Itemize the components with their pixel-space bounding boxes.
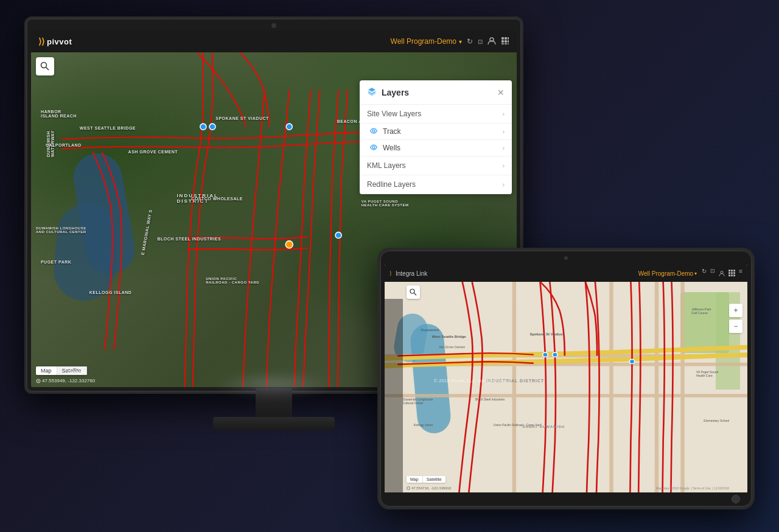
tablet-zoom-in-button[interactable]: + (729, 304, 742, 317)
wells-visibility-icon[interactable] (369, 144, 378, 152)
tablet-map-type-satellite-button[interactable]: Satellite (423, 476, 445, 483)
svg-point-10 (200, 124, 206, 130)
tablet-label-va-tablet: VA Puget SoundHealth Care (696, 370, 718, 377)
svg-rect-26 (731, 272, 733, 274)
track-arrow-icon: › (503, 128, 505, 135)
svg-rect-2 (505, 37, 507, 40)
svg-rect-4 (501, 40, 504, 43)
expand-icon[interactable]: ⊡ (478, 38, 483, 45)
layers-siteview-title: Site View Layers (367, 110, 421, 118)
header-icons: ↻ ⊡ (467, 37, 509, 47)
svg-point-41 (410, 289, 414, 293)
svg-point-12 (286, 124, 292, 130)
svg-rect-29 (731, 275, 733, 276)
layers-panel: Layers ✕ Site View Layers › (360, 80, 512, 194)
layers-section-siteview: Site View Layers › (360, 105, 512, 124)
svg-rect-22 (728, 270, 730, 271)
svg-rect-24 (733, 270, 735, 271)
svg-point-43 (407, 487, 410, 490)
svg-rect-1 (501, 37, 504, 40)
tablet-project-dropdown-icon[interactable]: ▾ (694, 271, 697, 276)
tablet-layers-icon[interactable]: ≡ (739, 268, 742, 279)
svg-point-40 (629, 359, 635, 363)
monitor-reflection (213, 373, 335, 397)
user-icon[interactable] (487, 37, 496, 47)
layers-track-item[interactable]: Track › (360, 124, 512, 139)
layers-kml-title: KML Layers (367, 161, 406, 170)
app-header: ⟩⟩ pivvot Well Program-Demo ▾ ↻ ⊡ (31, 30, 517, 52)
layers-section-kml: KML Layers › (360, 156, 512, 175)
layers-kml-arrow-icon: › (503, 163, 505, 169)
project-dropdown-icon[interactable]: ▾ (459, 38, 462, 45)
project-name[interactable]: Well Program-Demo (391, 37, 456, 46)
svg-rect-25 (728, 272, 730, 274)
tablet-apps-icon[interactable] (728, 268, 735, 279)
layers-section-redline: Redline Layers › (360, 175, 512, 194)
apps-icon[interactable] (501, 37, 509, 47)
layers-kml-header[interactable]: KML Layers › (360, 156, 512, 175)
map-copyright: © 2018 Pivvot, LLC. All rights rese... (434, 378, 512, 383)
svg-point-20 (372, 146, 375, 149)
tablet-search-button[interactable] (407, 285, 420, 299)
svg-point-18 (38, 380, 39, 382)
logo-text: pivvot (47, 37, 72, 46)
tablet-label-duwamish: Duwamish (421, 328, 439, 332)
tablet-project-name[interactable]: Well Program-Demo (638, 270, 693, 277)
layers-siteview-header[interactable]: Site View Layers › (360, 105, 512, 123)
layers-wells-item[interactable]: Wells › (360, 140, 512, 156)
map-search-button[interactable] (36, 57, 54, 75)
svg-point-14 (285, 241, 293, 248)
tablet-map-bg: West Seattle Bridge Spokane St Viaduct I… (385, 282, 747, 492)
tablet-zoom-out-button[interactable]: − (729, 320, 742, 333)
refresh-icon[interactable]: ↻ (467, 37, 473, 46)
svg-rect-5 (505, 40, 507, 43)
monitor-camera (271, 23, 276, 28)
tablet-user-icon[interactable] (719, 268, 725, 279)
layers-redline-header[interactable]: Redline Layers › (360, 175, 512, 194)
layers-redline-title: Redline Layers (367, 180, 416, 189)
app-logo: ⟩⟩ pivvot (38, 37, 72, 46)
tablet-header: ⟩ Integra Link Well Program-Demo ▾ ↻ ⊡ ≡ (385, 265, 747, 282)
wells-layer-name: Wells (383, 144, 498, 152)
tablet-label-elementary: Elementary School (704, 419, 729, 422)
layers-stack-icon (367, 86, 377, 98)
svg-rect-27 (733, 272, 735, 274)
tablet-copyright: Map data ©2018 Google | Terms of Use | 1… (656, 486, 729, 490)
tablet-label-great-duwamish: GREAT DUWAMISH (522, 425, 565, 429)
svg-rect-8 (505, 43, 507, 44)
svg-line-42 (414, 293, 417, 296)
svg-point-15 (41, 63, 47, 68)
tablet-tool-icons (385, 299, 403, 492)
tablet-map-controls: + − (729, 304, 742, 333)
tablet-refresh-icon[interactable]: ↻ (702, 268, 707, 279)
tablet-header-icons: ↻ ⊡ ≡ (702, 268, 742, 279)
tablet-home-button[interactable] (732, 495, 740, 503)
layers-close-button[interactable]: ✕ (497, 88, 505, 97)
tablet-map-type-map-button[interactable]: Map (407, 476, 423, 483)
tablet-label-ash-grove: Ash Grove Cement (439, 345, 465, 349)
tablet-map-type-toggle[interactable]: Map Satellite (407, 476, 445, 483)
svg-point-19 (372, 130, 375, 132)
svg-rect-9 (508, 43, 509, 44)
layers-panel-header: Layers ✕ (360, 80, 512, 105)
svg-rect-3 (508, 37, 509, 40)
monitor-stand-base (213, 417, 335, 430)
svg-line-16 (46, 68, 49, 71)
svg-point-39 (553, 352, 558, 357)
layers-section-wells: Wells › (360, 140, 512, 156)
tablet-grid-icon[interactable]: ⊡ (710, 268, 715, 279)
tablet-label-bloch-tablet: Bloch Steel Industries (475, 397, 505, 401)
track-layer-name: Track (383, 127, 498, 136)
logo-chevron-icon: ⟩⟩ (38, 37, 44, 46)
wells-arrow-icon: › (503, 145, 505, 152)
tablet-logo-chevron-icon: ⟩ (390, 270, 392, 276)
svg-rect-6 (508, 40, 509, 43)
scene: ⟩⟩ pivvot Well Program-Demo ▾ ↻ ⊡ (24, 16, 755, 516)
map-type-map-button[interactable]: Map (36, 366, 57, 375)
tablet-map-area[interactable]: West Seattle Bridge Spokane St Viaduct I… (385, 282, 747, 492)
tablet-label-longhouse: Duwamish LonghouseCultural Center (403, 397, 433, 405)
tablet-coordinates: 47.554716, -122.339916 (407, 486, 451, 490)
track-visibility-icon[interactable] (369, 127, 378, 136)
google-logo: Google (68, 369, 86, 375)
svg-rect-30 (733, 275, 735, 276)
